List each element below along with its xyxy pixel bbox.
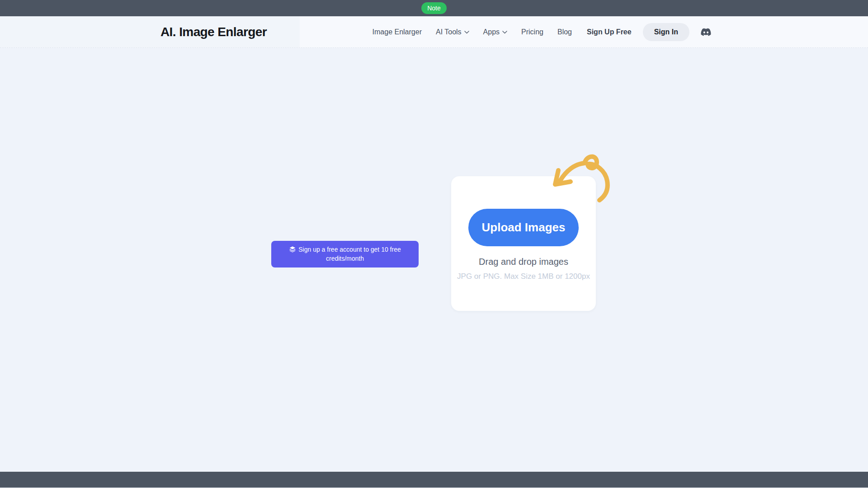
nav-item-pricing[interactable]: Pricing (521, 28, 543, 36)
nav-item-blog[interactable]: Blog (557, 28, 572, 36)
promo-text: Sign up a free account to get 10 free cr… (284, 245, 406, 263)
main-nav: Image Enlarger AI Tools Apps Pricing Blo… (373, 23, 712, 41)
sign-in-button[interactable]: Sign In (643, 23, 689, 41)
discord-icon[interactable] (700, 27, 712, 37)
note-badge[interactable]: Note (421, 2, 447, 14)
logo[interactable]: AI. Image Enlarger (160, 25, 267, 39)
nav-item-image-enlarger[interactable]: Image Enlarger (373, 28, 422, 36)
header: AI. Image Enlarger Image Enlarger AI Too… (0, 16, 868, 48)
promo-label: Sign up a free account to get 10 free cr… (298, 246, 401, 262)
sign-up-free-link[interactable]: Sign Up Free (587, 28, 632, 36)
hero-section: Sign up a free account to get 10 free cr… (0, 48, 868, 472)
footer-strip (0, 472, 868, 488)
dropzone-hint: JPG or PNG. Max Size 1MB or 1200px (457, 272, 590, 281)
nav-item-label: Apps (483, 28, 500, 36)
nav-item-label: Blog (557, 28, 572, 36)
layers-icon (289, 246, 296, 253)
chevron-down-icon (502, 31, 507, 34)
nav-item-label: Image Enlarger (373, 28, 422, 36)
dropzone-title: Drag and drop images (479, 257, 568, 267)
nav-item-label: Pricing (521, 28, 543, 36)
nav-item-apps[interactable]: Apps (483, 28, 507, 36)
chevron-down-icon (464, 31, 469, 34)
announcement-bar: Note (0, 0, 868, 16)
free-credits-promo-badge[interactable]: Sign up a free account to get 10 free cr… (271, 241, 419, 267)
upload-images-button[interactable]: Upload Images (468, 209, 579, 246)
nav-item-label: AI Tools (436, 28, 462, 36)
nav-item-ai-tools[interactable]: AI Tools (436, 28, 469, 36)
upload-dropzone-card[interactable]: Upload Images Drag and drop images JPG o… (451, 176, 596, 311)
